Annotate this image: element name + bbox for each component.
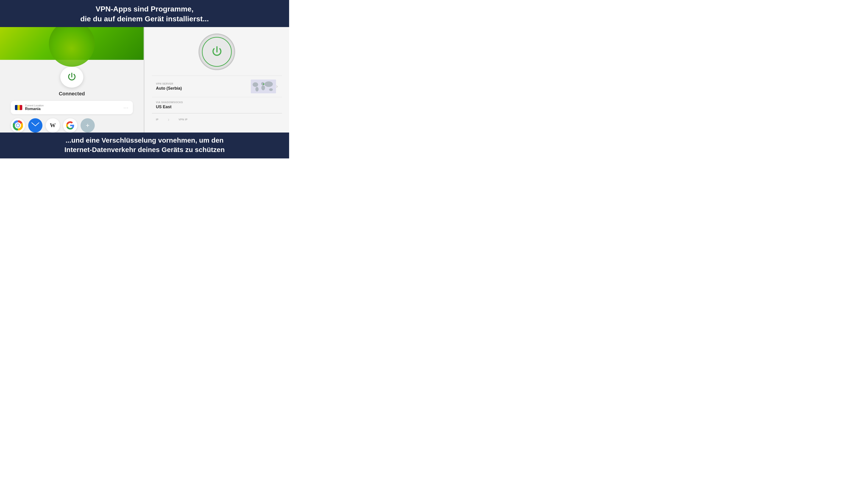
world-map-icon: [251, 80, 276, 93]
shadowsocks-value: US East: [156, 105, 278, 109]
plus-symbol: +: [86, 122, 89, 129]
right-panel: VPN SERVER Auto (Serbia): [145, 27, 289, 133]
location-info: Current Location Romania: [25, 104, 44, 111]
location-left: Current Location Romania: [15, 104, 44, 111]
ip-col: IP: [156, 118, 158, 121]
mail-app-icon[interactable]: [28, 118, 43, 133]
shadowsocks-row[interactable]: VIA SHADOWSOCKS US East: [152, 97, 282, 113]
current-location-label: Current Location: [25, 104, 44, 107]
wikipedia-app-icon[interactable]: W: [46, 118, 60, 133]
google-app-icon[interactable]: [63, 118, 77, 133]
ip-arrow: ›: [168, 117, 169, 123]
vpn-server-value: Auto (Serbia): [156, 86, 251, 91]
flag-blue-stripe: [15, 105, 17, 110]
top-banner-line2: die du auf deinem Gerät installierst...: [9, 14, 280, 24]
top-banner: VPN-Apps sind Programme, die du auf dein…: [0, 0, 289, 27]
server-info-card: VPN SERVER Auto (Serbia): [152, 76, 282, 113]
dots-menu[interactable]: ···: [123, 105, 129, 110]
svg-point-10: [261, 85, 265, 90]
power-button-inner: [202, 37, 232, 67]
chrome-svg: [13, 120, 23, 131]
power-icon: [66, 71, 78, 83]
svg-point-11: [265, 81, 273, 87]
bottom-banner: ...und eine Verschlüsselung vornehmen, u…: [0, 133, 289, 158]
vpn-ip-col: VPN IP: [179, 118, 187, 121]
green-background: [0, 27, 144, 59]
flag-red-stripe: [20, 105, 22, 110]
main-content: Connected Current Location Romania ···: [0, 27, 289, 133]
chrome-app-icon[interactable]: [11, 118, 25, 133]
add-more-icon[interactable]: +: [81, 118, 95, 133]
flag-yellow-stripe: [17, 105, 20, 110]
wikipedia-w: W: [50, 122, 56, 129]
country-name: Romania: [25, 107, 44, 111]
vpn-server-content: VPN SERVER Auto (Serbia): [156, 82, 251, 91]
app-icons-row: W +: [11, 118, 133, 133]
location-card: Current Location Romania ···: [11, 101, 133, 114]
google-g-svg: [66, 121, 74, 130]
ip-row: IP › VPN IP: [152, 113, 282, 126]
vpn-server-row[interactable]: VPN SERVER Auto (Serbia): [152, 76, 282, 97]
svg-point-8: [255, 87, 258, 91]
svg-point-13: [263, 83, 264, 85]
green-circle: [49, 27, 95, 67]
power-button-connected[interactable]: [60, 67, 83, 88]
svg-point-3: [17, 124, 19, 127]
bottom-banner-line2: Internet-Datenverkehr deines Geräts zu s…: [9, 145, 280, 155]
vpn-server-label: VPN SERVER: [156, 82, 251, 85]
power-button-disconnected[interactable]: [199, 33, 235, 70]
top-banner-line1: VPN-Apps sind Programme,: [9, 4, 280, 14]
shadowsocks-label: VIA SHADOWSOCKS: [156, 101, 278, 104]
left-panel: Connected Current Location Romania ···: [0, 27, 145, 133]
power-icon-gray: [210, 45, 224, 59]
svg-point-7: [253, 82, 258, 87]
bottom-banner-line1: ...und eine Verschlüsselung vornehmen, u…: [9, 136, 280, 145]
svg-point-12: [269, 88, 273, 91]
chevron-right-icon: ›: [276, 83, 278, 89]
ip-label: IP: [156, 118, 158, 121]
romania-flag: [15, 105, 22, 110]
shadowsocks-content: VIA SHADOWSOCKS US East: [156, 101, 278, 109]
vpn-ip-label: VPN IP: [179, 118, 187, 121]
mail-icon-svg: [31, 122, 39, 129]
connected-label: Connected: [59, 91, 85, 97]
